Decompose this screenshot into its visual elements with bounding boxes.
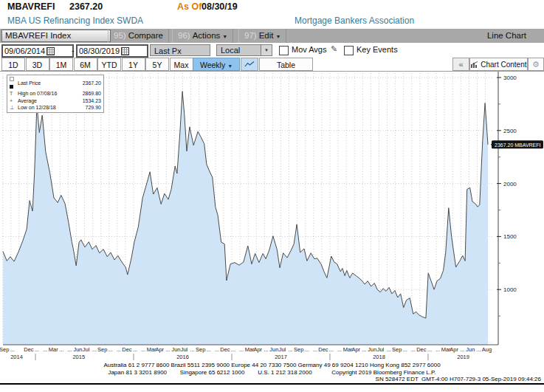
legend-row-average[interactable]: + Average 1534.23 — [10, 97, 101, 105]
x-month-label: ... — [337, 346, 342, 353]
tab-max[interactable]: Max — [170, 58, 193, 71]
tab-1d[interactable]: 1D — [1, 58, 25, 71]
x-month-label: ... — [435, 346, 440, 353]
date-from-input[interactable]: 09/06/2014 — [1, 44, 74, 58]
x-month-label: ... — [133, 346, 137, 353]
x-month-label: Sep — [294, 346, 303, 353]
y-tick-label: 2500 — [503, 128, 517, 134]
footer-copyright-line: Japan 81 3 3201 8900 Singapore 65 6212 1… — [0, 369, 544, 376]
x-month-label: Dec — [220, 346, 230, 353]
x-month-label: ... — [109, 346, 113, 353]
bloomberg-chart-window: MBAVREFI 2367.20 As Of 08/30/19 MBA US R… — [0, 0, 544, 392]
chevron-down-icon: ▼ — [227, 63, 233, 69]
collapse-panel-button[interactable]: « — [452, 58, 469, 71]
x-month-label: Jun — [466, 346, 475, 353]
legend-label: Last Price — [18, 80, 83, 87]
legend-label: Average — [18, 97, 83, 105]
x-month-label: Mar — [49, 346, 58, 353]
x-month-label: ... — [329, 346, 334, 353]
currency-dropdown[interactable]: Local CCY ▼ — [216, 44, 272, 56]
y-tick-label: 3000 — [503, 75, 517, 81]
tab-3d[interactable]: 3D — [26, 58, 49, 71]
tab-1y[interactable]: 1Y — [122, 58, 145, 71]
x-year-label: 2019 — [457, 354, 469, 360]
as-of-label: As Of — [177, 1, 202, 12]
x-month-label: Jun — [368, 346, 376, 353]
legend-value: 729.90 — [86, 104, 101, 111]
x-month-label: ... — [305, 346, 309, 353]
low-marker-icon: ⊥ — [10, 104, 18, 111]
tab-6m[interactable]: 6M — [74, 58, 97, 71]
tab-1m[interactable]: 1M — [49, 58, 73, 71]
x-month-label: Apr — [450, 346, 458, 353]
window-bottom-bar — [0, 383, 544, 385]
x-month-label: ... — [190, 346, 194, 353]
compare-button[interactable]: 95)Compare — [108, 29, 169, 43]
calendar-icon[interactable] — [121, 47, 129, 55]
high-marker-icon: T — [10, 90, 18, 97]
x-month-label: ... — [386, 346, 390, 353]
calendar-icon[interactable] — [47, 47, 55, 55]
y-tick-label: 1000 — [503, 286, 517, 293]
x-month-label: ... — [411, 346, 416, 353]
price-type-dropdown[interactable]: Last Px — [150, 44, 210, 56]
security-field[interactable]: MBAVREFI Index — [1, 30, 111, 42]
tab-ytd[interactable]: YTD — [97, 58, 121, 71]
key-events-checkbox[interactable] — [344, 46, 354, 55]
x-month-label: Jul — [279, 346, 286, 353]
currency-value: Local CCY — [217, 45, 261, 55]
x-month-label: ... — [92, 346, 96, 353]
frequency-dropdown[interactable]: Weekly▼ — [193, 58, 240, 71]
legend-label: High on 07/08/16 — [18, 90, 83, 97]
legend-row-low[interactable]: ⊥ Low on 12/28/18 729.90 — [10, 104, 101, 111]
table-view-button[interactable]: Table — [259, 58, 313, 71]
x-month-label: Dec — [318, 346, 328, 353]
x-year-label: 2016 — [176, 354, 189, 360]
x-month-label: ... — [231, 346, 235, 353]
legend-value: 2869.80 — [83, 90, 101, 97]
y-tick-label: 2000 — [503, 181, 517, 188]
chevron-down-icon[interactable]: ▼ — [261, 45, 272, 55]
x-month-label: ... — [288, 346, 292, 353]
x-month-label: ... — [59, 346, 63, 353]
x-month-label: Jul — [377, 346, 385, 353]
mov-avgs-label: Mov Avgs — [292, 45, 327, 54]
header-row: MBAVREFI 2367.20 As Of 08/30/19 — [0, 1, 544, 15]
x-month-label: ... — [264, 346, 268, 353]
chart-view-toggle[interactable] — [241, 58, 258, 71]
compare-key-number: 95) — [114, 31, 126, 40]
x-month-label: Apr — [253, 346, 262, 353]
date-to-value: 08/30/2019 — [79, 46, 120, 56]
x-month-label: Sep — [392, 346, 402, 353]
chart-content-button[interactable]: Chart Content — [469, 58, 528, 71]
price-chart-svg[interactable]: 10001500200025003000Sep...Dec......Mar..… — [0, 70, 544, 362]
tab-5y[interactable]: 5Y — [145, 58, 169, 71]
subheader-row: MBA US Refinancing Index SWDA Mortgage B… — [0, 16, 544, 27]
chart-area: 10001500200025003000Sep...Dec......Mar..… — [0, 70, 544, 362]
date-to-input[interactable]: 08/30/2019 — [76, 44, 148, 58]
chart-content-label: Chart Content — [481, 61, 526, 69]
x-year-label: 2018 — [373, 354, 385, 360]
mov-avgs-checkbox[interactable] — [279, 46, 289, 55]
x-month-label: Jun — [171, 346, 180, 353]
price-area-fill — [3, 92, 488, 345]
chart-legend[interactable]: Last Price 2367.20 T High on 07/08/16 28… — [7, 75, 104, 113]
x-month-label: Jul — [181, 346, 188, 353]
x-month-label: Apr — [155, 346, 164, 353]
controls-row: 09/06/2014 - 08/30/2019 Last Px Local CC… — [0, 43, 544, 58]
average-marker-icon: + — [10, 97, 18, 105]
legend-row-high[interactable]: T High on 07/08/16 2869.80 — [10, 90, 101, 97]
legend-row-last-price[interactable]: Last Price 2367.20 — [10, 76, 101, 90]
x-month-label: ... — [427, 346, 432, 353]
x-year-label: 2014 — [10, 354, 23, 360]
x-month-label: ... — [10, 346, 15, 353]
x-month-label: ... — [239, 346, 244, 353]
chart-content-icon — [470, 61, 478, 68]
settings-gear-button[interactable]: ⚙ — [528, 58, 544, 71]
x-month-label: ... — [362, 346, 366, 353]
actions-menu-button[interactable]: 96)Actions▼ — [172, 29, 233, 43]
actions-key-number: 96) — [178, 31, 190, 40]
edit-menu-button[interactable]: 97)Edit▼ — [238, 29, 286, 43]
terminal-footer: Australia 61 2 9777 8600 Brazil 5511 239… — [0, 362, 544, 383]
pencil-icon[interactable]: ✎ — [331, 44, 337, 54]
